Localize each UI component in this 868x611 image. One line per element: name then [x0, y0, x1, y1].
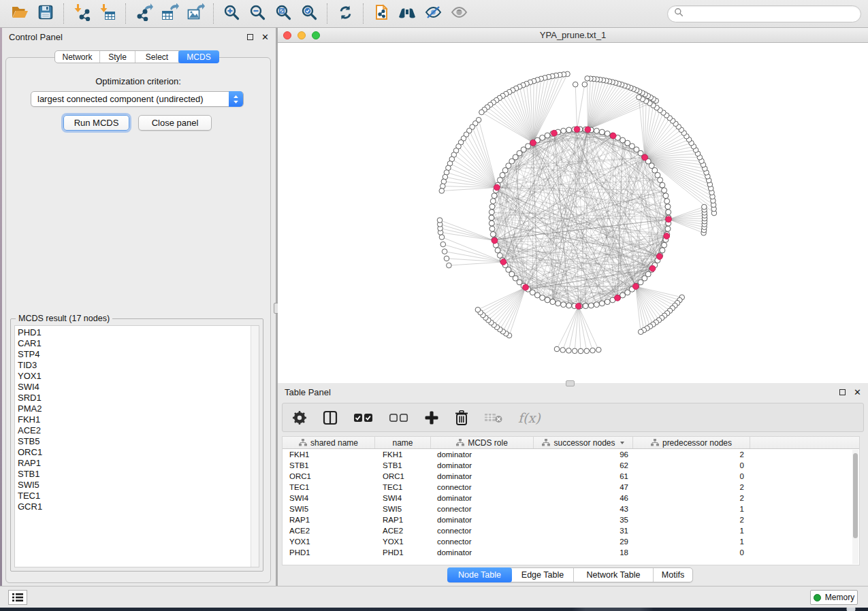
- graph-node[interactable]: [583, 303, 588, 309]
- search-network-button[interactable]: [394, 2, 420, 25]
- graph-dominator-node[interactable]: [615, 295, 621, 301]
- table-cell[interactable]: dominator: [431, 547, 534, 558]
- graph-dominator-node[interactable]: [551, 130, 558, 136]
- graph-node[interactable]: [566, 303, 572, 308]
- graph-leaf-node[interactable]: [444, 256, 449, 261]
- table-cell[interactable]: 47: [534, 482, 633, 493]
- table-cell[interactable]: dominator: [431, 493, 534, 503]
- graph-node[interactable]: [561, 302, 566, 308]
- mcds-result-item[interactable]: GCR1: [15, 501, 251, 512]
- table-cell[interactable]: 2: [633, 514, 750, 525]
- mcds-result-item[interactable]: SWI4: [15, 382, 251, 393]
- table-cell[interactable]: connector: [431, 536, 534, 547]
- zoom-out-button[interactable]: [244, 2, 270, 25]
- network-search-box[interactable]: [667, 5, 861, 22]
- graph-node[interactable]: [497, 252, 502, 258]
- close-panel-icon[interactable]: ✕: [261, 33, 269, 42]
- graph-leaf-node[interactable]: [702, 204, 707, 210]
- import-network-button[interactable]: [69, 2, 95, 25]
- graph-node[interactable]: [666, 210, 671, 215]
- graph-leaf-node[interactable]: [590, 348, 596, 353]
- graph-node[interactable]: [545, 297, 550, 303]
- table-cell[interactable]: dominator: [431, 471, 534, 482]
- maximize-window-icon[interactable]: [312, 31, 320, 39]
- graph-node[interactable]: [620, 293, 626, 298]
- graph-leaf-node[interactable]: [440, 242, 446, 247]
- open-file-button[interactable]: [7, 2, 33, 25]
- graph-node[interactable]: [490, 231, 496, 237]
- table-cell[interactable]: 0: [633, 547, 750, 558]
- table-cell[interactable]: SWI5: [283, 503, 375, 514]
- clear-table-button[interactable]: [484, 412, 503, 424]
- table-cell[interactable]: connector: [431, 525, 534, 536]
- table-cell[interactable]: ORC1: [283, 471, 375, 482]
- mcds-result-item[interactable]: RAP1: [15, 458, 251, 469]
- hide-selected-button[interactable]: [420, 2, 446, 25]
- show-columns-button[interactable]: [322, 410, 338, 426]
- run-mcds-button[interactable]: Run MCDS: [63, 115, 129, 131]
- graph-node[interactable]: [658, 178, 663, 183]
- graph-node[interactable]: [490, 199, 496, 204]
- table-cell[interactable]: 2: [633, 449, 750, 460]
- graph-dominator-node[interactable]: [523, 284, 529, 291]
- graph-node[interactable]: [502, 167, 508, 173]
- graph-node[interactable]: [588, 303, 594, 308]
- close-panel-button[interactable]: Close panel: [138, 115, 212, 131]
- table-cell[interactable]: connector: [431, 482, 534, 493]
- mcds-list-scrollbar[interactable]: [251, 326, 259, 567]
- select-all-button[interactable]: [353, 412, 374, 423]
- graph-node[interactable]: [556, 301, 561, 306]
- table-cell[interactable]: TEC1: [375, 482, 431, 493]
- graph-node[interactable]: [625, 140, 630, 146]
- graph-dominator-node[interactable]: [642, 154, 648, 161]
- graph-node[interactable]: [599, 301, 605, 306]
- graph-node[interactable]: [594, 302, 599, 308]
- table-cell[interactable]: PHD1: [283, 547, 375, 558]
- table-cell[interactable]: YOX1: [375, 536, 431, 547]
- graph-leaf-node[interactable]: [638, 329, 643, 335]
- mcds-result-item[interactable]: FKH1: [15, 414, 251, 425]
- graph-node[interactable]: [530, 290, 535, 295]
- graph-leaf-node[interactable]: [554, 346, 560, 352]
- table-cell[interactable]: 18: [534, 547, 633, 558]
- graph-dominator-node[interactable]: [492, 237, 498, 244]
- graph-node[interactable]: [561, 128, 566, 133]
- table-scrollbar-thumb[interactable]: [853, 453, 858, 538]
- graph-node[interactable]: [489, 226, 495, 231]
- graph-node[interactable]: [497, 178, 502, 183]
- tab-network[interactable]: Network: [55, 51, 100, 63]
- graph-node[interactable]: [605, 299, 610, 305]
- table-cell[interactable]: STB1: [283, 460, 375, 471]
- delete-column-button[interactable]: [454, 410, 469, 426]
- column-header-predecessor-nodes[interactable]: predecessor nodes: [633, 437, 750, 448]
- graph-dominator-node[interactable]: [664, 233, 670, 240]
- mcds-result-item[interactable]: CAR1: [15, 338, 251, 349]
- graph-node[interactable]: [489, 220, 494, 226]
- graph-node[interactable]: [605, 131, 610, 136]
- table-cell[interactable]: FKH1: [375, 449, 431, 460]
- table-cell[interactable]: ACE2: [375, 525, 431, 536]
- mcds-result-item[interactable]: SRD1: [15, 393, 251, 403]
- graph-node[interactable]: [620, 137, 626, 143]
- column-header-name[interactable]: name: [375, 437, 431, 448]
- graph-dominator-node[interactable]: [656, 254, 662, 260]
- graph-leaf-node[interactable]: [584, 348, 590, 354]
- mcds-result-item[interactable]: TID3: [15, 360, 251, 371]
- table-cell[interactable]: 31: [534, 525, 633, 536]
- network-graph[interactable]: [278, 43, 868, 383]
- table-cell[interactable]: 35: [534, 514, 633, 525]
- tab-motifs[interactable]: Motifs: [654, 568, 692, 582]
- table-cell[interactable]: 1: [633, 503, 750, 514]
- table-cell[interactable]: SWI4: [375, 493, 431, 503]
- graph-node[interactable]: [495, 248, 500, 253]
- graph-leaf-node[interactable]: [572, 348, 577, 354]
- graph-dominator-node[interactable]: [632, 284, 639, 290]
- graph-dominator-node[interactable]: [585, 127, 591, 133]
- network-canvas[interactable]: [278, 43, 868, 383]
- graph-leaf-node[interactable]: [578, 348, 583, 354]
- graph-node[interactable]: [655, 172, 660, 178]
- table-cell[interactable]: FKH1: [283, 449, 375, 460]
- graph-node[interactable]: [662, 242, 667, 248]
- memory-button[interactable]: Memory: [810, 590, 858, 605]
- mcds-result-item[interactable]: YOX1: [15, 371, 251, 382]
